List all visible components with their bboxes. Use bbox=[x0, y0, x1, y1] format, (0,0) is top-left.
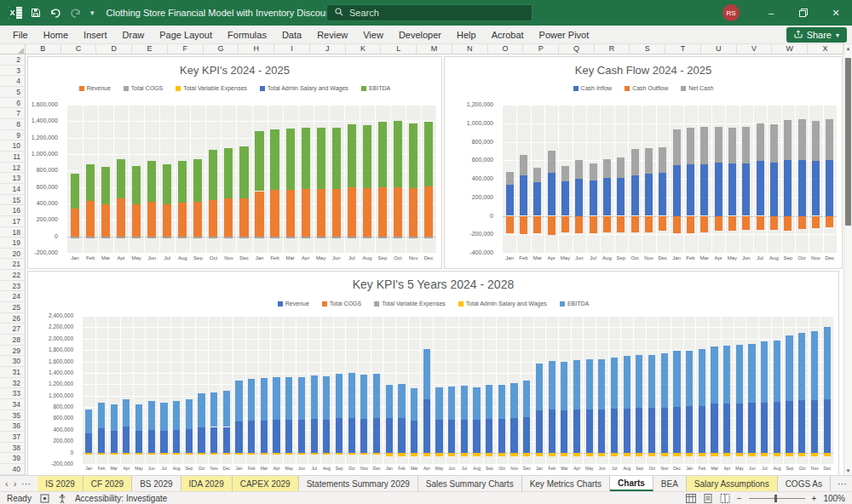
chart-key-kpis-5-years[interactable]: Key KPI's 5 Years 2024 - 2028 RevenueTot… bbox=[27, 271, 839, 475]
menu-item-home[interactable]: Home bbox=[36, 27, 76, 43]
column-header-L[interactable]: L bbox=[381, 44, 417, 54]
row-header-29[interactable]: 29 bbox=[0, 346, 25, 357]
column-header-K[interactable]: K bbox=[346, 44, 382, 54]
zoom-in-icon[interactable]: + bbox=[812, 494, 817, 503]
column-header-V[interactable]: V bbox=[737, 44, 773, 54]
column-header-G[interactable]: G bbox=[204, 44, 239, 54]
vertical-scrollbar[interactable]: ▲ ▼ bbox=[843, 44, 852, 475]
row-header-36[interactable]: 36 bbox=[0, 421, 25, 432]
menu-item-acrobat[interactable]: Acrobat bbox=[484, 27, 532, 43]
column-header-P[interactable]: P bbox=[523, 44, 559, 54]
menu-item-review[interactable]: Review bbox=[309, 27, 355, 43]
row-header-6[interactable]: 6 bbox=[0, 98, 25, 109]
sheet-tab-bs-2029[interactable]: BS 2029 bbox=[132, 476, 181, 491]
row-header-12[interactable]: 12 bbox=[0, 163, 25, 174]
minimize-icon[interactable]: – bbox=[755, 0, 787, 26]
row-header-32[interactable]: 32 bbox=[0, 378, 25, 389]
row-header-15[interactable]: 15 bbox=[0, 195, 25, 206]
row-header-18[interactable]: 18 bbox=[0, 227, 25, 238]
chart-key-kpis-2024-2025[interactable]: Key KPI's 2024 - 2025 RevenueTotal COGST… bbox=[27, 56, 442, 269]
select-all-corner[interactable] bbox=[0, 44, 26, 54]
zoom-slider[interactable] bbox=[749, 498, 805, 499]
zoom-slider-thumb[interactable] bbox=[774, 495, 777, 502]
row-header-3[interactable]: 3 bbox=[0, 66, 25, 77]
row-header-33[interactable]: 33 bbox=[0, 388, 25, 399]
row-header-11[interactable]: 11 bbox=[0, 152, 25, 163]
column-header-W[interactable]: W bbox=[772, 44, 808, 54]
tab-scroll-right-icon[interactable]: › bbox=[14, 478, 17, 489]
column-header-E[interactable]: E bbox=[132, 44, 168, 54]
vertical-scrollbar-thumb[interactable] bbox=[845, 58, 851, 226]
sheet-tab-key-metrics-charts[interactable]: Key Metrics Charts bbox=[522, 476, 610, 491]
column-header-Q[interactable]: Q bbox=[559, 44, 595, 54]
accessibility-icon[interactable] bbox=[58, 494, 66, 503]
sheet-tab-ida-2029[interactable]: IDA 2029 bbox=[181, 476, 233, 491]
column-header-S[interactable]: S bbox=[630, 44, 665, 54]
row-header-21[interactable]: 21 bbox=[0, 259, 25, 270]
row-header-13[interactable]: 13 bbox=[0, 173, 25, 184]
view-normal-icon[interactable] bbox=[686, 494, 696, 503]
column-header-I[interactable]: I bbox=[274, 44, 310, 54]
column-header-U[interactable]: U bbox=[701, 44, 737, 54]
row-header-8[interactable]: 8 bbox=[0, 119, 25, 130]
chart-key-cash-flow-2024-2025[interactable]: Key Cash Flow 2024 - 2025 Cash InflowCas… bbox=[444, 56, 843, 269]
row-header-22[interactable]: 22 bbox=[0, 270, 25, 281]
sheet-tab-bea[interactable]: BEA bbox=[653, 476, 687, 491]
save-icon[interactable] bbox=[31, 8, 41, 18]
menu-item-view[interactable]: View bbox=[355, 27, 391, 43]
row-header-30[interactable]: 30 bbox=[0, 356, 25, 367]
scroll-down-icon[interactable]: ▼ bbox=[844, 468, 852, 473]
qat-customize-icon[interactable]: ▾ bbox=[90, 9, 95, 17]
search-box[interactable]: Search bbox=[326, 4, 532, 21]
close-icon[interactable]: ✕ bbox=[820, 0, 852, 26]
row-header-35[interactable]: 35 bbox=[0, 410, 25, 421]
row-header-27[interactable]: 27 bbox=[0, 324, 25, 335]
row-header-7[interactable]: 7 bbox=[0, 108, 25, 119]
column-header-H[interactable]: H bbox=[239, 44, 274, 54]
sheet-tab-charts[interactable]: Charts bbox=[610, 476, 653, 491]
column-header-T[interactable]: T bbox=[665, 44, 701, 54]
menu-item-help[interactable]: Help bbox=[449, 27, 484, 43]
menu-item-page-layout[interactable]: Page Layout bbox=[152, 27, 220, 43]
row-header-40[interactable]: 40 bbox=[0, 464, 25, 475]
row-header-10[interactable]: 10 bbox=[0, 140, 25, 152]
row-header-31[interactable]: 31 bbox=[0, 367, 25, 378]
menu-item-data[interactable]: Data bbox=[274, 27, 309, 43]
row-header-19[interactable]: 19 bbox=[0, 238, 25, 249]
tab-scroll-left-icon[interactable]: ‹ bbox=[5, 478, 9, 489]
sheet-grid[interactable]: 2345678910111213141516171819202122232425… bbox=[0, 54, 843, 475]
scroll-up-icon[interactable]: ▲ bbox=[844, 46, 852, 51]
sheet-tab-salary-assumptions[interactable]: Salary Assumptions bbox=[687, 476, 778, 491]
column-header-D[interactable]: D bbox=[96, 44, 132, 54]
column-header-O[interactable]: O bbox=[488, 44, 524, 54]
menu-item-insert[interactable]: Insert bbox=[76, 27, 115, 43]
undo-icon[interactable] bbox=[49, 8, 61, 18]
view-page-layout-icon[interactable] bbox=[703, 494, 713, 503]
row-header-14[interactable]: 14 bbox=[0, 184, 25, 195]
sheet-tab-is-2029[interactable]: IS 2029 bbox=[37, 476, 83, 491]
view-page-break-icon[interactable] bbox=[720, 494, 730, 503]
tab-more-icon[interactable]: ⋯ bbox=[838, 478, 847, 490]
row-header-39[interactable]: 39 bbox=[0, 453, 25, 464]
row-header-5[interactable]: 5 bbox=[0, 87, 25, 98]
menu-item-draw[interactable]: Draw bbox=[115, 27, 153, 43]
row-header-24[interactable]: 24 bbox=[0, 291, 25, 302]
row-header-26[interactable]: 26 bbox=[0, 313, 25, 324]
row-header-16[interactable]: 16 bbox=[0, 205, 25, 216]
row-header-20[interactable]: 20 bbox=[0, 249, 25, 260]
sheet-tab-statements-summary-2029[interactable]: Statements Summary 2029 bbox=[299, 476, 418, 491]
share-button[interactable]: Share ▾ bbox=[786, 27, 847, 43]
excel-app-icon[interactable]: X bbox=[9, 7, 22, 19]
zoom-level[interactable]: 100% bbox=[823, 494, 845, 503]
row-header-17[interactable]: 17 bbox=[0, 216, 25, 227]
column-header-B[interactable]: B bbox=[26, 44, 61, 54]
restore-icon[interactable] bbox=[787, 0, 820, 26]
row-header-34[interactable]: 34 bbox=[0, 399, 25, 410]
row-header-23[interactable]: 23 bbox=[0, 281, 25, 292]
row-header-28[interactable]: 28 bbox=[0, 335, 25, 346]
sheet-tab-cogs-as[interactable]: COGS As bbox=[778, 476, 831, 491]
menu-item-file[interactable]: File bbox=[5, 27, 36, 43]
row-header-37[interactable]: 37 bbox=[0, 432, 25, 443]
column-header-F[interactable]: F bbox=[168, 44, 204, 54]
row-header-2[interactable]: 2 bbox=[0, 54, 25, 66]
